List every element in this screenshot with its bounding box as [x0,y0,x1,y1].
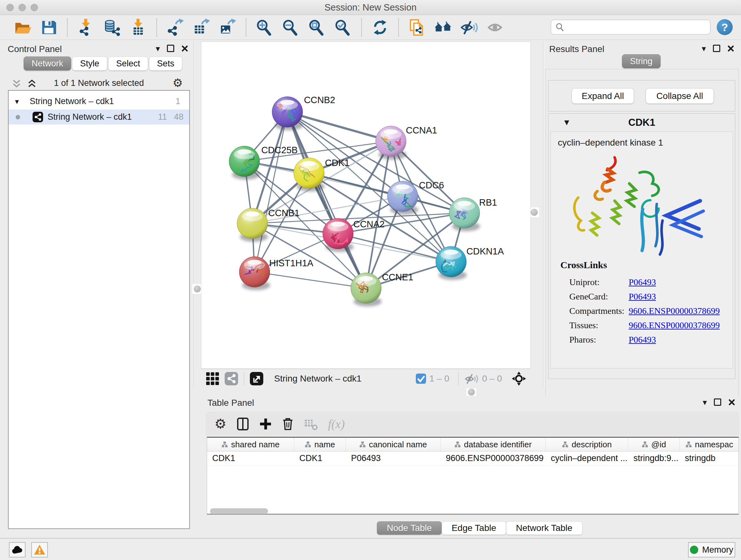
crosslink-link[interactable]: 9606.ENSP00000378699 [629,320,720,330]
search-box[interactable] [551,20,711,35]
column-header-canonical-name[interactable]: canonical name [346,438,441,451]
table-cell: CDK1 [294,451,346,465]
edge-HIST1H1A-CCNE1[interactable] [255,272,366,288]
column-header-namespac[interactable]: namespac [680,438,739,451]
network-node-CCNA1[interactable] [376,126,407,159]
delete-column-icon[interactable] [281,417,294,431]
open-in-window-icon[interactable] [250,372,263,385]
network-node-CCNA2[interactable] [323,219,354,252]
table-toolbar: ⚙ f(x) [206,412,739,435]
close-panel-icon[interactable] [728,399,735,406]
left-splitter[interactable] [193,42,201,388]
table-row[interactable]: CDK1CDK1P064939606.ENSP00000378699cyclin… [207,451,738,465]
node-count: 11 [158,110,167,125]
table-cell: P06493 [346,451,441,465]
network-row-selected[interactable]: String Network – cdk1 11 48 [9,110,189,125]
tree-expander-icon[interactable]: ▾ [15,94,19,109]
zoom-in-icon[interactable] [255,18,274,37]
network-node-HIST1H1A[interactable] [239,257,270,290]
tab-network-table[interactable]: Network Table [506,521,583,535]
zoom-out-icon[interactable] [281,18,300,37]
cloud-button[interactable] [9,542,25,557]
export-network-icon[interactable] [165,18,185,37]
export-image-icon[interactable] [218,18,237,37]
network-node-CCNB1[interactable] [237,208,268,242]
selected-checkbox-icon[interactable] [416,374,426,384]
close-panel-icon[interactable] [181,45,188,52]
float-panel-icon[interactable] [713,45,720,52]
save-session-icon[interactable] [39,18,58,37]
fit-selected-crosshair-icon[interactable] [512,371,526,386]
crosslink-link[interactable]: 9606.ENSP00000378699 [629,306,720,316]
tab-edge-table[interactable]: Edge Table [442,521,506,535]
close-panel-icon[interactable] [727,45,734,52]
collapse-all-button[interactable]: Collapse All [646,88,714,104]
string-home-icon[interactable] [434,18,453,37]
clone-network-icon[interactable] [408,18,427,37]
network-node-CDKN1A[interactable] [436,246,467,280]
network-options-gear-icon[interactable]: ⚙ [173,77,183,89]
import-from-database-icon[interactable] [103,18,122,37]
network-collection-row[interactable]: ▾ String Network – cdk1 1 [9,94,189,109]
table-panel-title: Table Panel [207,398,254,408]
node-label-CCNE1: CCNE1 [382,272,413,282]
collapse-panel-icon[interactable]: ▾ [703,399,707,406]
export-table-icon[interactable] [192,18,211,37]
hidden-nodes-edges-count: 0 – 0 [482,374,502,384]
crosslink-link[interactable]: P06493 [629,277,656,287]
birds-eye-grid-icon[interactable] [206,372,219,385]
collapse-panel-icon[interactable]: ▾ [702,45,706,52]
network-node-CCNE1[interactable] [351,273,382,307]
tab-node-table[interactable]: Node Table [377,521,442,535]
network-node-CDC6[interactable] [387,181,418,214]
expand-all-button[interactable]: Expand All [571,88,634,104]
search-input[interactable] [568,22,710,33]
table-horizontal-scrollbar[interactable] [207,508,738,515]
hide-selected-icon[interactable] [460,18,479,37]
column-header-name[interactable]: name [294,438,346,451]
float-panel-icon[interactable] [714,398,721,406]
crosslink-link[interactable]: P06493 [629,292,656,302]
network-node-RB1[interactable] [449,198,480,231]
tab-network[interactable]: Network [23,57,71,71]
column-header-database-identifier[interactable]: database identifier [441,438,546,451]
column-header--id[interactable]: @id [628,438,680,451]
right-splitter[interactable] [531,42,543,388]
warnings-button[interactable] [31,542,48,557]
zoom-selected-icon[interactable] [333,18,353,37]
table-options-gear-icon[interactable]: ⚙ [214,418,226,430]
tab-style[interactable]: Style [72,57,107,71]
column-header-shared-name[interactable]: shared name [207,438,294,451]
scrollbar-thumb[interactable] [210,508,268,514]
zoom-fit-content-icon[interactable] [307,18,327,37]
float-panel-icon[interactable] [167,45,174,52]
function-builder-icon: f(x) [328,417,345,431]
collapse-panel-icon[interactable]: ▾ [156,45,160,52]
network-node-CCNB2[interactable] [272,97,303,130]
search-icon [556,23,564,32]
crosslink-link[interactable]: P06493 [629,334,656,345]
show-all-icon[interactable] [486,18,505,37]
show-columns-icon[interactable] [236,417,250,431]
import-table-icon[interactable] [129,18,148,37]
node-label-CDK1: CDK1 [325,158,349,168]
network-node-CDK1[interactable] [293,158,325,191]
string-network-graph[interactable]: CCNB2CCNA1CDC25BCDK1CDC6RB1CCNB1CCNA2CDK… [201,42,530,368]
memory-button[interactable]: Memory [688,542,735,557]
node-table[interactable]: shared namenamecanonical namedatabase id… [207,437,739,515]
import-network-icon[interactable] [76,18,95,37]
column-header-description[interactable]: description [546,438,628,451]
tab-select[interactable]: Select [108,57,148,71]
create-column-icon[interactable] [259,418,272,430]
gene-entry-header[interactable]: ▼ CDK1 [549,114,735,132]
open-file-icon[interactable] [13,18,32,37]
memory-status-dot [690,546,698,554]
refresh-view-icon[interactable] [370,18,390,37]
network-node-CDC25B[interactable] [229,146,260,179]
network-canvas[interactable]: CCNB2CCNA1CDC25BCDK1CDC6RB1CCNB1CCNA2CDK… [201,42,531,369]
tab-sets[interactable]: Sets [149,57,182,71]
network-share-icon[interactable] [225,372,238,385]
help-button[interactable]: ? [717,19,733,35]
tab-string[interactable]: String [622,54,661,68]
edge-CCNB2-HIST1H1A[interactable] [255,112,287,272]
